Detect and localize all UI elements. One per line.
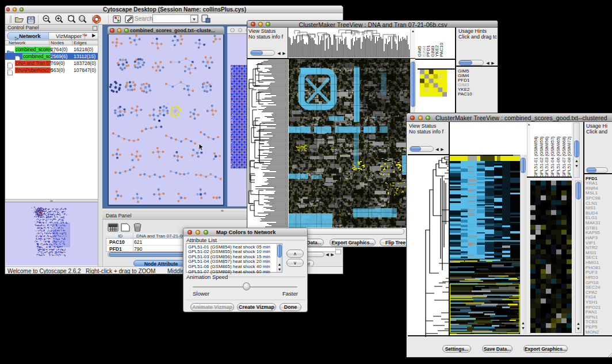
svg-text:GPL51-01 (GSM854): GPL51-01 (GSM854)	[533, 136, 538, 177]
svg-text:GPL51-06 (GSM865): GPL51-06 (GSM865)	[556, 136, 561, 177]
svg-text:PAC10: PAC10	[439, 43, 444, 57]
svg-text:GPL51-03 (GSM856): GPL51-03 (GSM856)	[544, 136, 549, 177]
svg-text:1:1: 1:1	[80, 17, 84, 20]
svg-text:GPL51-08 (GSM872): GPL51-08 (GSM872)	[567, 136, 572, 177]
svg-text:GPL51-07 (GSM868): GPL51-07 (GSM868)	[561, 136, 567, 177]
svg-text:GPL51-04 (GSM857): GPL51-04 (GSM857)	[550, 136, 555, 177]
svg-text:GPL51-02 (GSM855): GPL51-02 (GSM855)	[539, 136, 544, 177]
